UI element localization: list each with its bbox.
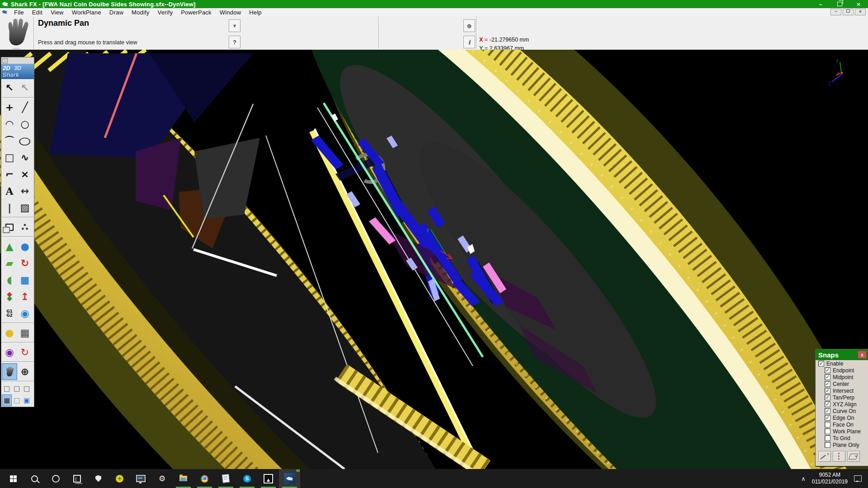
checkbox-checked[interactable]: ✓ [825,367,830,373]
snap-item-to-grid[interactable]: To Grid [816,435,868,441]
notepad-icon[interactable] [215,469,236,488]
point-tool[interactable]: + [2,99,17,116]
target-snap-button[interactable]: ⊕ [463,19,475,32]
segment-tool[interactable]: | [2,199,17,216]
pan-hand-tool[interactable] [2,363,17,380]
snap-item-endpoint[interactable]: ✓Endpoint [816,367,868,374]
tray-chevron-icon[interactable]: ∧ [801,475,806,482]
checkbox-checked[interactable]: ✓ [825,401,830,407]
snap-item-center[interactable]: ✓Center [816,380,868,387]
settings-icon[interactable]: ⚙ [151,469,173,488]
ellipse-tool[interactable]: ○ [17,132,33,149]
palette-close-box[interactable] [2,58,8,63]
chrome-icon[interactable] [194,469,215,488]
wireframe-view-3[interactable]: □ [22,383,32,394]
shaded-view[interactable]: ■ [2,394,12,406]
system-monitor-icon[interactable] [130,469,151,488]
arc-tool[interactable]: ◠ [2,116,17,132]
defender-icon[interactable] [88,469,109,488]
tab-2d[interactable]: 2D [3,65,10,71]
snaps-title-bar[interactable]: Snaps x [816,349,868,360]
menu-draw[interactable]: Draw [105,9,127,16]
surface-tool[interactable]: ▲ [2,238,17,255]
menu-edit[interactable]: Edit [28,9,47,16]
snap-item-curve-on[interactable]: ✓Curve On [816,408,868,414]
camera-tool[interactable]: ◉ [2,344,17,361]
snap-item-plane-only[interactable]: Plane Only [816,441,868,448]
wireframe-view-1[interactable]: □ [2,383,12,394]
menu-help[interactable]: Help [245,9,266,16]
checkbox-unchecked[interactable] [825,422,830,427]
snap-line-button[interactable] [818,451,831,462]
menu-workplane[interactable]: WorkPlane [68,9,105,16]
walkthrough-tool[interactable]: ↻ [17,344,33,361]
checkbox-unchecked[interactable] [825,442,830,448]
search-button[interactable] [24,469,45,488]
checkbox-checked[interactable]: ✓ [818,361,824,366]
layer-stack-tool[interactable]: ◆ [2,288,17,305]
checkbox-checked[interactable]: ✓ [825,394,830,400]
tool-help-button[interactable]: ? [229,36,241,48]
wireframe-view-2[interactable]: □ [12,383,22,394]
sharkfx-icon[interactable]: 93 [279,469,300,488]
checkbox-checked[interactable]: ✓ [825,388,830,394]
close-button[interactable]: × [849,0,868,8]
line-tool[interactable]: ╱ [17,99,33,116]
action-center-icon[interactable] [854,475,862,482]
window-view[interactable]: ▣ [22,394,32,406]
edit-points-tool[interactable]: ∴ [17,219,33,235]
rotate-tool[interactable]: ↻ [17,255,33,272]
select-arrow[interactable]: ↖ [2,80,17,96]
viewport-3d[interactable]: y y Z [0,50,868,469]
curve-tool[interactable]: ⌒ [2,132,17,149]
mdi-restore-button[interactable] [843,9,854,15]
tab-3d[interactable]: 3D [14,65,22,71]
task-view-button[interactable] [66,469,88,488]
trim-tool[interactable]: × [17,166,33,183]
circle-tool[interactable]: ○ [17,116,33,132]
transform-copy-tool[interactable] [2,219,17,235]
restore-button[interactable] [830,0,849,8]
snaps-close-button[interactable]: x [858,351,867,359]
minimize-button[interactable]: – [811,0,830,8]
blend-surface-tool[interactable]: ◖ [2,272,17,288]
tool-options-dropdown-button[interactable]: ▼ [229,19,241,32]
skype-icon[interactable]: S [236,469,258,488]
extrude-tool[interactable]: ↥ [17,288,33,305]
info-button[interactable]: i [463,36,475,48]
cortana-button[interactable] [45,469,66,488]
curvature-g1g2-tool[interactable]: G1 G2 [2,305,17,322]
checkbox-checked[interactable]: ✓ [825,374,830,380]
checkbox-checked[interactable]: ✓ [825,408,830,414]
snap-item-work-plane[interactable]: Work Plane [816,428,868,435]
snap-item-midpoint[interactable]: ✓Midpoint [816,374,868,380]
menu-modify[interactable]: Modify [127,9,154,16]
photos-icon[interactable]: ▲ [258,469,279,488]
checkbox-unchecked[interactable] [825,435,830,441]
menu-powerpack[interactable]: PowerPack [177,9,216,16]
fillet-tool[interactable]: ⌐ [2,166,17,183]
grid-panel-tool[interactable]: ▦ [17,324,33,341]
direct-select-arrow[interactable]: ↖ [17,80,33,96]
menu-verify[interactable]: Verify [154,9,177,16]
menu-file[interactable]: File [10,9,28,16]
menu-window[interactable]: Window [216,9,245,16]
menu-view[interactable]: View [47,9,68,16]
rectangle-tool[interactable]: □ [2,149,17,166]
dimension-tool[interactable]: ↔ [17,183,33,199]
checkbox-checked[interactable]: ✓ [825,381,830,387]
mdi-minimize-button[interactable]: – [830,9,841,15]
boolean-solids-tool[interactable]: ◉ [17,305,33,322]
render-sphere-tool[interactable]: ● [2,324,17,341]
snap-item-tan-perp[interactable]: ✓Tan/Perp [816,394,868,401]
zoom-tool[interactable]: ⊕ [17,363,33,380]
snap-item-face-on[interactable]: Face On [816,421,868,428]
ghost-view[interactable]: □ [12,394,22,406]
checkbox-checked[interactable]: ✓ [825,415,830,421]
sphere-primitive-tool[interactable]: ● [17,238,33,255]
antivirus-icon[interactable]: + [109,469,130,488]
snap-item-xyz-align[interactable]: ✓XYZ Align [816,401,868,408]
snap-plane-button[interactable] [847,451,860,462]
hatch-tool[interactable]: ▨ [17,199,33,216]
mdi-close-button[interactable]: × [855,9,866,15]
